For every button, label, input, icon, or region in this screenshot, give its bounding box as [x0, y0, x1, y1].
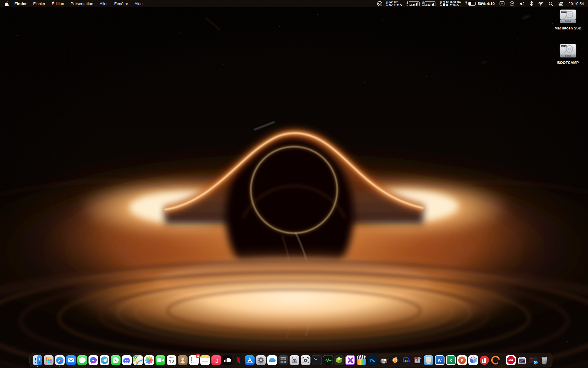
- dock-item-music-icon[interactable]: ♫: [211, 355, 221, 365]
- dock-item-installer-icon[interactable]: [412, 355, 422, 365]
- dock-item-riot-games-icon[interactable]: [479, 355, 490, 365]
- battery-status[interactable]: BAT 50% 4:10: [465, 1, 495, 6]
- memory-icon: [443, 1, 445, 6]
- dock-item-x-app-icon[interactable]: [345, 355, 355, 365]
- dock-item-reminders-icon[interactable]: 4: [189, 355, 199, 365]
- svg-text:Ps: Ps: [370, 358, 375, 363]
- dock-item-virtualbox-icon[interactable]: [468, 355, 478, 365]
- sensor-label: SEN: [386, 1, 387, 6]
- dock-item-photos-icon[interactable]: [144, 355, 154, 365]
- menu-fenetre[interactable]: Fenêtre: [111, 0, 131, 7]
- gpu-status[interactable]: GPU: [422, 1, 435, 6]
- menu-fichier[interactable]: Fichier: [30, 0, 49, 7]
- running-indicator: [59, 366, 61, 367]
- dock-item-messages-icon[interactable]: [77, 355, 87, 365]
- dock-item-messenger-icon[interactable]: [88, 355, 98, 365]
- dock-item-excel-icon[interactable]: X: [446, 355, 456, 365]
- dock-item-netflix-icon[interactable]: [233, 355, 244, 365]
- dock-item-appstore-icon[interactable]: [245, 355, 255, 365]
- dock-item-trash-icon[interactable]: [539, 355, 549, 365]
- dock-item-screenshot-icon[interactable]: [300, 355, 311, 365]
- menu-aide[interactable]: Aide: [131, 0, 146, 7]
- svg-text:♫: ♫: [214, 358, 219, 364]
- dock-item-word-icon[interactable]: W: [435, 355, 445, 365]
- menu-bar: FinderFichierÉditionPrésentationAllerFen…: [0, 0, 588, 7]
- dock-item-terminal-icon[interactable]: >_: [312, 355, 322, 365]
- dock-item-finder-icon[interactable]: [32, 355, 43, 365]
- dock-item-classic-mac-icon[interactable]: [423, 355, 434, 365]
- dock-divider: [503, 355, 503, 366]
- svg-text:FÉVR.: FÉVR.: [169, 356, 174, 358]
- menu-finder[interactable]: Finder: [11, 0, 30, 7]
- menu-presentation[interactable]: Présentation: [67, 0, 96, 7]
- desktop: FinderFichierÉditionPrésentationAllerFen…: [0, 0, 588, 368]
- svg-text:ABP: ABP: [508, 359, 514, 362]
- dock-item-maps-icon[interactable]: [133, 355, 143, 365]
- battery-icon: [468, 2, 476, 6]
- dock-item-discord-icon[interactable]: [122, 355, 132, 365]
- dock-item-facetime-icon[interactable]: [155, 355, 166, 365]
- memory-label: MEM: [440, 1, 442, 6]
- dock-item-disk-utility-icon[interactable]: [289, 355, 300, 365]
- menu-edition[interactable]: Édition: [49, 0, 67, 7]
- notification-badge: 4: [196, 354, 200, 358]
- dock-item-gimp-icon[interactable]: [379, 355, 389, 365]
- cpu-status[interactable]: CPU: [407, 1, 420, 6]
- dock-item-minimized-window-icon[interactable]: [528, 355, 538, 365]
- apple-menu-icon[interactable]: [0, 1, 11, 6]
- dock-item-audacity-icon[interactable]: [401, 355, 411, 365]
- menu-aller[interactable]: Aller: [96, 0, 111, 7]
- control-center-icon[interactable]: [558, 1, 564, 6]
- dock-item-icloud-icon[interactable]: [267, 355, 277, 365]
- dock-item-powerpoint-icon[interactable]: P: [457, 355, 467, 365]
- cpu-label: CPU: [407, 1, 408, 6]
- cpu-history-chart: [409, 1, 420, 6]
- dock-item-soundcloud-icon[interactable]: [222, 355, 233, 365]
- gpu-history-chart: [425, 1, 435, 6]
- dock-item-mail-icon[interactable]: [66, 355, 76, 365]
- dock-item-photoshop-icon[interactable]: Ps: [368, 355, 378, 365]
- dock-item-pictures-stack-icon[interactable]: [517, 355, 527, 365]
- running-indicator: [37, 366, 38, 367]
- dock-item-notes-icon[interactable]: [200, 355, 210, 365]
- creative-cloud-icon[interactable]: [377, 1, 382, 6]
- dock: FÉVR. 12 4 ♫ >_ Ps W X P ABP: [29, 353, 552, 367]
- volume-icon[interactable]: [519, 1, 525, 6]
- download-manager-icon[interactable]: [500, 1, 505, 6]
- spotlight-search-icon[interactable]: [549, 1, 553, 6]
- dock-item-contacts-icon[interactable]: [178, 355, 188, 365]
- memory-status[interactable]: MEM U:8,80 Go F:7,20 Go: [440, 1, 461, 6]
- sensor-status[interactable]: SEN 54°35° 50°2,31G: [386, 1, 402, 6]
- svg-text:>_: >_: [314, 357, 317, 360]
- bluetooth-icon[interactable]: [530, 1, 533, 6]
- volume-label: Macintosh SSD: [555, 26, 582, 30]
- dock-item-cube-3d-icon[interactable]: [334, 355, 344, 365]
- hard-drive-icon: [558, 9, 578, 25]
- clock[interactable]: 20:10:54: [568, 1, 584, 6]
- dock-item-calculator-icon[interactable]: [278, 355, 288, 365]
- volume-label: BOOTCAMP: [557, 61, 579, 65]
- battery-label: BAT: [465, 1, 467, 6]
- dock-item-system-settings-icon[interactable]: [256, 355, 266, 365]
- gpu-label: GPU: [422, 1, 424, 6]
- svg-text:W: W: [438, 358, 442, 363]
- dock-item-final-cut-icon[interactable]: [356, 355, 367, 365]
- app-menus: FinderFichierÉditionPrésentationAllerFen…: [11, 0, 146, 7]
- dock-item-activity-monitor-icon[interactable]: [323, 355, 333, 365]
- dock-item-launchpad-icon[interactable]: [44, 355, 54, 365]
- dock-item-fl-studio-icon[interactable]: [390, 355, 400, 365]
- desktop-volume-bootcamp[interactable]: BOOTCAMP: [551, 43, 585, 65]
- desktop-volume-macintosh-ssd[interactable]: Macintosh SSD: [551, 9, 585, 30]
- dock-item-whatsapp-icon[interactable]: [111, 355, 121, 365]
- wifi-icon[interactable]: [538, 2, 544, 6]
- wallpaper-black-hole: [0, 0, 588, 368]
- svg-text:P: P: [461, 358, 463, 363]
- utility-circle-icon[interactable]: [510, 1, 514, 6]
- status-bar: SEN 54°35° 50°2,31G CPU GPU MEM: [377, 0, 588, 7]
- dock-item-adblock-plus-icon[interactable]: ABP: [506, 355, 516, 365]
- dock-item-calendar-icon[interactable]: FÉVR. 12: [166, 355, 177, 365]
- dock-item-telegram-icon[interactable]: [99, 355, 110, 365]
- dock-item-safari-icon[interactable]: [55, 355, 65, 365]
- dock-item-origin-icon[interactable]: [490, 355, 501, 365]
- svg-text:X: X: [450, 358, 452, 363]
